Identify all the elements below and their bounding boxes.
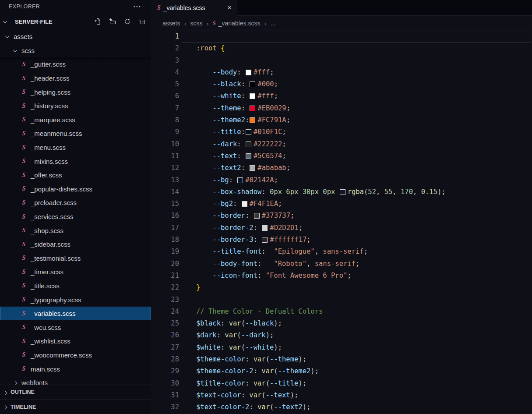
file-_timer.scss[interactable]: S_timer.scss [0, 265, 151, 279]
breadcrumb-separator: › [264, 20, 266, 27]
line-number: 16 [151, 210, 179, 222]
color-swatch[interactable] [250, 165, 255, 171]
sass-icon: S [20, 158, 28, 165]
code-line-21: 21 --icon-font: "Font Awesome 6 Pro"; [151, 270, 532, 282]
file-_header.scss[interactable]: S_header.scss [0, 71, 151, 85]
file-_gutter.scss[interactable]: S_gutter.scss [0, 57, 151, 71]
code-line-31: 31$text-color: var(--text); [151, 389, 532, 401]
tab-variables-scss[interactable]: S _variables.scss × [151, 0, 237, 16]
file-_history.scss[interactable]: S_history.scss [0, 99, 151, 113]
item-label: _wishlist.scss [31, 337, 70, 345]
code-line-28: 28$theme-color: var(--theme); [151, 354, 532, 365]
line-number: 17 [151, 222, 179, 234]
file-_services.scss[interactable]: S_services.scss [0, 210, 151, 224]
explorer-more-actions-icon[interactable]: ⋯ [133, 4, 141, 9]
file-_popular-dishes.scss[interactable]: S_popular-dishes.scss [0, 182, 151, 196]
code-text: --bg: #02142A; [196, 176, 278, 184]
color-swatch[interactable] [254, 213, 260, 219]
file-_offer.scss[interactable]: S_offer.scss [0, 168, 151, 182]
file-_variables.scss[interactable]: S_variables.scss [0, 307, 151, 321]
item-label: _offer.scss [31, 171, 62, 179]
code-line-12: 12 --text2: #ababab; [151, 162, 532, 174]
item-label: _shop.scss [31, 227, 63, 234]
item-label: _title.scss [31, 282, 60, 290]
file-_menu.scss[interactable]: S_menu.scss [0, 141, 151, 155]
line-number: 23 [151, 294, 179, 306]
breadcrumb-more[interactable]: ... [270, 20, 275, 27]
section-header-server-file[interactable]: SERVER-FILE [0, 13, 151, 30]
file-_typography.scss[interactable]: S_typography.scss [0, 293, 151, 307]
section-title: SERVER-FILE [15, 18, 53, 25]
code-text: --border-2: #D2D2D1; [196, 224, 303, 232]
refresh-icon[interactable] [124, 18, 131, 25]
breadcrumb-item-assets[interactable]: assets [162, 20, 180, 27]
file-_mixins.scss[interactable]: S_mixins.scss [0, 154, 151, 168]
breadcrumb-item-scss[interactable]: scss [190, 20, 202, 27]
close-tab-icon[interactable]: × [227, 5, 232, 11]
sass-icon: S [20, 227, 28, 234]
file-_wishlist.scss[interactable]: S_wishlist.scss [0, 334, 151, 348]
color-swatch[interactable] [250, 106, 255, 111]
file-_testimonial.scss[interactable]: S_testimonial.scss [0, 251, 151, 265]
color-swatch[interactable] [237, 177, 243, 183]
color-swatch[interactable] [250, 81, 255, 87]
item-label: _mixins.scss [31, 158, 68, 165]
color-swatch[interactable] [262, 225, 268, 231]
line-number: 22 [151, 282, 179, 294]
color-swatch[interactable] [246, 153, 251, 159]
collapse-folders-icon[interactable] [139, 18, 146, 25]
code-line-11: 11 --text: #5C6574; [151, 150, 532, 162]
section-actions [94, 18, 146, 25]
sass-icon: S [20, 255, 28, 262]
outline-panel-header[interactable]: OUTLINE [0, 385, 151, 400]
color-swatch[interactable] [242, 201, 247, 207]
code-line-16: 16 --border: #373737; [151, 210, 532, 222]
code-text: --white: #fff; [196, 92, 278, 100]
chevron-right-icon [3, 405, 7, 410]
file-_wcu.scss[interactable]: S_wcu.scss [0, 320, 151, 334]
file-_meanmenu.scss[interactable]: S_meanmenu.scss [0, 127, 151, 141]
code-line-5: 5 --black: #000; [151, 78, 532, 90]
timeline-panel-header[interactable]: TIMELINE [0, 400, 151, 414]
chevron-down-icon [5, 34, 10, 38]
code-text: --title-font: "Epilogue", sans-serif; [196, 248, 368, 255]
folder-webfonts[interactable]: webfonts [0, 376, 151, 385]
code-line-6: 6 --white: #fff; [151, 90, 532, 102]
new-file-icon[interactable] [94, 18, 101, 25]
file-_preloader.scss[interactable]: S_preloader.scss [0, 196, 151, 210]
color-swatch[interactable] [250, 117, 255, 123]
file-_marquee.scss[interactable]: S_marquee.scss [0, 113, 151, 127]
new-folder-icon[interactable] [109, 18, 116, 25]
file-_shop.scss[interactable]: S_shop.scss [0, 223, 151, 237]
line-number: 27 [151, 342, 179, 354]
sass-icon: S [20, 172, 28, 179]
code-editor[interactable]: 12:root {34 --body: #fff;5 --black: #000… [151, 31, 532, 414]
color-swatch[interactable] [246, 129, 251, 135]
file-main.scss[interactable]: Smain.scss [0, 362, 151, 376]
sass-icon: S [20, 213, 28, 220]
folder-scss[interactable]: scss [0, 44, 151, 58]
file-_woocommerce.scss[interactable]: S_woocommerce.scss [0, 348, 151, 362]
item-label: _marquee.scss [31, 116, 75, 124]
file-_helping.scss[interactable]: S_helping.scss [0, 85, 151, 99]
item-label: _helping.scss [31, 88, 70, 96]
item-label: scss [21, 47, 35, 54]
item-label: _services.scss [31, 213, 74, 220]
color-swatch[interactable] [246, 70, 251, 75]
sass-icon: S [20, 310, 28, 317]
code-text: $text-color: var(--text); [196, 391, 298, 399]
color-swatch[interactable] [246, 142, 251, 147]
line-number: 32 [151, 401, 179, 413]
code-text: --black: #000; [196, 80, 278, 88]
file-_sidebar.scss[interactable]: S_sidebar.scss [0, 237, 151, 251]
color-swatch[interactable] [340, 189, 345, 195]
color-swatch[interactable] [262, 237, 268, 243]
code-line-26: 26$dark: var(--dark); [151, 329, 532, 341]
item-label: _timer.scss [31, 268, 63, 276]
folder-assets[interactable]: assets [0, 30, 151, 44]
file-_title.scss[interactable]: S_title.scss [0, 279, 151, 293]
color-swatch[interactable] [250, 93, 255, 99]
breadcrumb-item-_variables.scss[interactable]: S_variables.scss [212, 20, 260, 27]
code-text: --bg2: #F4F1EA; [196, 200, 282, 208]
code-line-13: 13 --bg: #02142A; [151, 174, 532, 186]
